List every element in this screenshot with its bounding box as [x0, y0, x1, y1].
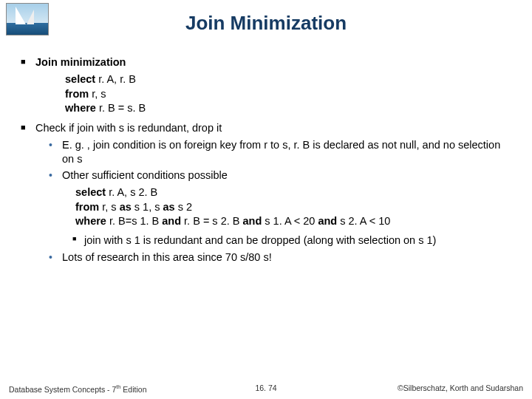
- sub-bullet-research: Lots of research in this area since 70 s…: [47, 250, 514, 265]
- slide-body: Join minimization select r. A, r. B from…: [18, 52, 514, 267]
- sub-bullet-other-conditions: Other sufficient conditions possible: [47, 168, 514, 183]
- logo-image: [6, 3, 49, 35]
- bullet-text: Check if join with s is redundant, drop …: [35, 122, 222, 134]
- footer-right: ©Silberschatz, Korth and Sudarshan: [398, 383, 523, 392]
- code-block-2: select r. A, s 2. B from r, s as s 1, s …: [75, 185, 514, 229]
- slide-footer: Database System Concepts - 7th Edition 1…: [9, 383, 523, 394]
- footer-center: 16. 74: [255, 383, 276, 392]
- bullet-check-redundant: Check if join with s is redundant, drop …: [18, 122, 514, 134]
- sub-bullet-text: E. g. , join condition is on foreign key…: [62, 139, 500, 165]
- subsub-bullet-text: join with s 1 is redundant and can be dr…: [84, 234, 436, 246]
- sub-bullet-text: Other sufficient conditions possible: [62, 169, 228, 181]
- footer-left: Database System Concepts - 7th Edition: [9, 383, 146, 394]
- sub-bullet-foreign-key: E. g. , join condition is on foreign key…: [47, 138, 514, 166]
- bullet-text: Join minimization: [35, 56, 126, 68]
- subsub-bullet-s1-redundant: join with s 1 is redundant and can be dr…: [71, 233, 514, 248]
- code-block-1: select r. A, r. B from r, s where r. B =…: [65, 72, 514, 116]
- bullet-join-minimization: Join minimization: [18, 56, 514, 68]
- slide-title: Join Minimization: [0, 9, 532, 35]
- sub-bullet-text: Lots of research in this area since 70 s…: [62, 251, 272, 263]
